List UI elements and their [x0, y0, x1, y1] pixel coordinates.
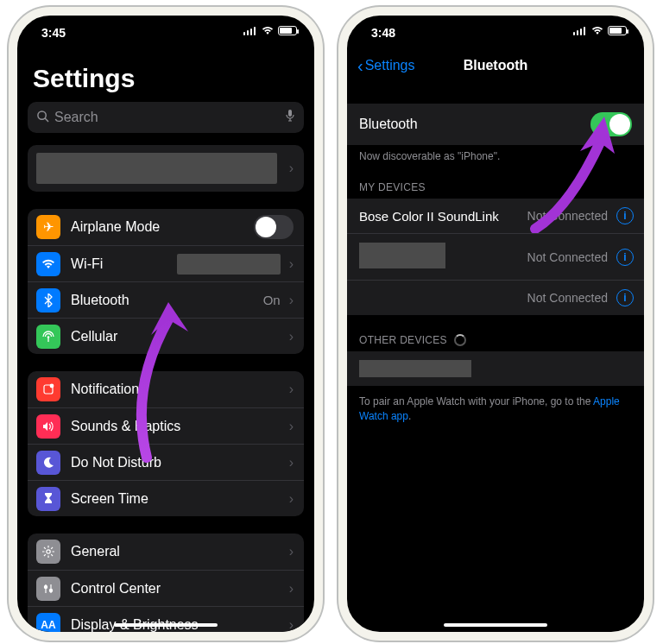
battery-icon	[278, 26, 297, 35]
info-icon[interactable]: i	[616, 289, 634, 306]
svg-line-14	[44, 547, 46, 549]
svg-rect-2	[288, 110, 292, 117]
moon-icon	[36, 451, 60, 475]
notch	[92, 16, 239, 38]
discoverable-text: Now discoverable as "iPhone".	[347, 145, 644, 162]
chevron-right-icon: ›	[289, 256, 294, 272]
my-devices-list: Bose Color II SoundLink Not Connected i …	[347, 199, 644, 315]
bluetooth-toggle-label: Bluetooth	[359, 117, 418, 132]
row-control-center[interactable]: Control Center ›	[28, 570, 304, 606]
signal-icon	[573, 27, 587, 35]
row-do-not-disturb[interactable]: Do Not Disturb ›	[28, 444, 304, 480]
settings-group-connectivity: ✈ Airplane Mode Wi-Fi › Bluetooth	[28, 209, 304, 354]
pair-apple-watch-note: To pair an Apple Watch with your iPhone,…	[347, 386, 644, 424]
apple-id-redacted	[36, 153, 277, 184]
my-devices-header: MY DEVICES	[347, 162, 644, 199]
chevron-right-icon: ›	[289, 455, 294, 470]
bluetooth-icon	[36, 288, 60, 313]
hourglass-icon	[36, 487, 60, 511]
chevron-right-icon: ›	[289, 382, 294, 397]
nav-title: Bluetooth	[464, 58, 528, 73]
svg-line-16	[44, 554, 46, 556]
device-row[interactable]: Not Connected i	[347, 280, 644, 315]
phone-right: 3:48 ‹ Settings Bluetooth Bluetooth N	[338, 7, 653, 641]
row-airplane-mode[interactable]: ✈ Airplane Mode	[28, 209, 304, 245]
bluetooth-toggle-row: Bluetooth	[347, 104, 644, 145]
settings-group-alerts: Notifications › Sounds & Haptics › Do No…	[28, 371, 304, 516]
row-cellular[interactable]: Cellular ›	[28, 318, 304, 354]
mic-icon[interactable]	[285, 109, 295, 126]
wifi-icon	[591, 26, 603, 35]
other-device-redacted	[359, 360, 471, 377]
control-center-icon	[36, 577, 60, 601]
page-title: Settings	[17, 48, 314, 102]
device-row[interactable]: Not Connected i	[347, 233, 644, 280]
phone-left: 3:45 Settings Search ›	[9, 7, 323, 641]
cellular-icon	[36, 325, 60, 349]
sounds-icon	[36, 414, 60, 439]
device-row[interactable]: Bose Color II SoundLink Not Connected i	[347, 199, 644, 233]
apple-id-row[interactable]: ›	[28, 145, 304, 192]
chevron-right-icon: ›	[289, 419, 294, 434]
row-wifi[interactable]: Wi-Fi ›	[28, 245, 304, 281]
svg-point-9	[47, 550, 50, 553]
svg-line-17	[51, 547, 53, 549]
search-placeholder: Search	[54, 110, 98, 125]
chevron-right-icon: ›	[289, 329, 294, 344]
home-indicator[interactable]	[444, 623, 547, 627]
search-icon	[36, 110, 49, 126]
svg-line-1	[45, 118, 47, 121]
nav-bar: ‹ Settings Bluetooth	[347, 48, 644, 83]
back-button[interactable]: ‹ Settings	[357, 58, 414, 73]
row-screen-time[interactable]: Screen Time ›	[28, 480, 304, 516]
airplane-toggle[interactable]	[254, 215, 294, 239]
row-bluetooth[interactable]: Bluetooth On ›	[28, 281, 304, 318]
chevron-right-icon: ›	[289, 544, 294, 559]
chevron-right-icon: ›	[289, 581, 294, 597]
notch	[422, 16, 569, 38]
device-name-redacted	[359, 243, 445, 268]
signal-icon	[243, 27, 257, 35]
notifications-icon	[36, 377, 60, 401]
info-icon[interactable]: i	[616, 249, 634, 266]
chevron-right-icon: ›	[289, 617, 294, 633]
airplane-icon: ✈	[36, 215, 60, 239]
chevron-right-icon: ›	[289, 491, 294, 507]
spinner-icon	[454, 334, 466, 346]
display-icon: AA	[36, 613, 60, 637]
chevron-right-icon: ›	[289, 161, 294, 176]
svg-point-20	[44, 585, 47, 588]
svg-line-15	[51, 554, 53, 556]
other-devices-list	[347, 351, 644, 386]
status-time: 3:48	[371, 26, 395, 40]
wifi-icon	[262, 26, 274, 35]
search-input[interactable]: Search	[28, 102, 304, 133]
battery-icon	[608, 26, 627, 35]
row-notifications[interactable]: Notifications ›	[28, 371, 304, 407]
chevron-right-icon: ›	[289, 293, 294, 308]
wifi-name-redacted	[177, 254, 281, 275]
row-sounds[interactable]: Sounds & Haptics ›	[28, 407, 304, 444]
svg-point-21	[49, 589, 52, 591]
info-icon[interactable]: i	[616, 207, 634, 224]
home-indicator[interactable]	[114, 623, 218, 627]
chevron-left-icon: ‹	[357, 59, 363, 73]
gear-icon	[36, 540, 60, 564]
svg-point-8	[50, 384, 54, 388]
wifi-icon	[36, 252, 60, 276]
row-general[interactable]: General ›	[28, 534, 304, 570]
status-time: 3:45	[41, 26, 66, 40]
other-devices-header: OTHER DEVICES	[347, 315, 644, 351]
bluetooth-toggle[interactable]	[590, 112, 632, 136]
